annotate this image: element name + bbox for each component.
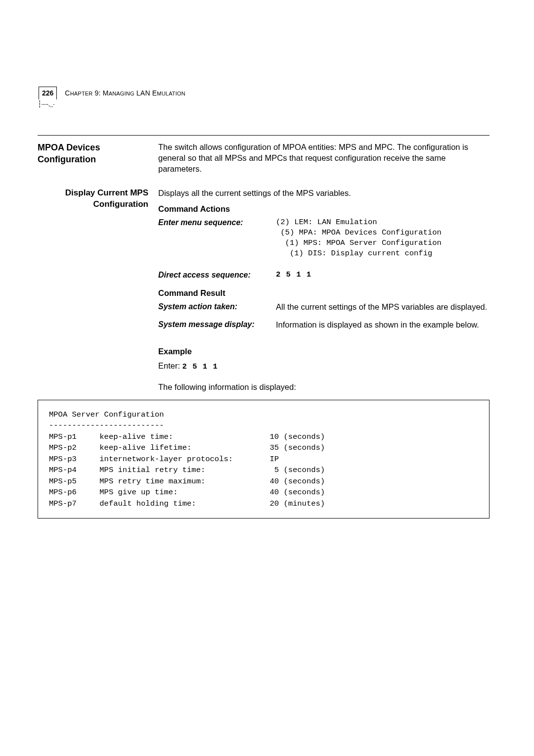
section-title: MPOA Devices Configuration [38,142,148,175]
page-header: 226 CHAPTER 9: MANAGING LAN EMULATION [38,87,490,99]
direct-access-label: Direct access sequence: [158,270,271,281]
spacer [158,266,490,270]
section-title-line2: Configuration [38,153,148,165]
spacer [38,175,490,188]
main-content: MPOA Devices Configuration The switch al… [38,135,490,393]
chapter-mid: LAN E [134,89,157,97]
example-enter-prefix: Enter: [158,361,182,370]
example-enter-value: 2 5 1 1 [182,362,218,371]
dots-icon: ┆·····.···· [38,99,54,110]
command-result-heading: Command Result [158,287,490,298]
subsection-intro: Displays all the current settings of the… [158,188,490,198]
example-output-box: MPOA Server Configuration --------------… [38,400,490,519]
example-following: The following information is displayed: [158,381,490,392]
page-number: 226 [39,87,57,99]
subsection-title: Display Current MPS Configuration [38,188,148,393]
example-enter-line: Enter: 2 5 1 1 [158,360,490,372]
direct-access-value: 2 5 1 1 [276,270,490,280]
system-action-label: System action taken: [158,301,271,312]
spacer [158,337,490,341]
example-heading: Example [158,346,490,357]
command-actions-heading: Command Actions [158,203,490,214]
chapter-rest1: HAPTER [70,91,93,96]
system-message-label: System message display: [158,319,271,330]
system-message-value: Information is displayed as shown in the… [276,319,490,330]
system-message-row: System message display: Information is d… [158,319,490,330]
enter-menu-value: (2) LEM: LAN Emulation (5) MPA: MPOA Dev… [276,217,490,259]
spacer [158,372,490,381]
chapter-rest2: ANAGING [109,91,134,96]
subsection-title-line2: Configuration [38,199,148,210]
system-action-value: All the current settings of the MPS vari… [276,301,490,312]
direct-access-row: Direct access sequence: 2 5 1 1 [158,270,490,281]
subsection-body: Displays all the current settings of the… [158,188,490,393]
subsection-title-line1: Display Current MPS [38,188,148,199]
chapter-title: CHAPTER 9: MANAGING LAN EMULATION [65,87,185,98]
chapter-num: 9: M [93,89,109,97]
section-intro: The switch allows configuration of MPOA … [158,142,490,175]
enter-menu-row: Enter menu sequence: (2) LEM: LAN Emulat… [158,217,490,259]
chapter-c: C [65,89,70,97]
system-action-row: System action taken: All the current set… [158,301,490,312]
section-rule [38,135,490,136]
section-title-line1: MPOA Devices [38,142,148,153]
enter-menu-label: Enter menu sequence: [158,217,271,228]
chapter-rest3: MULATION [157,91,185,96]
